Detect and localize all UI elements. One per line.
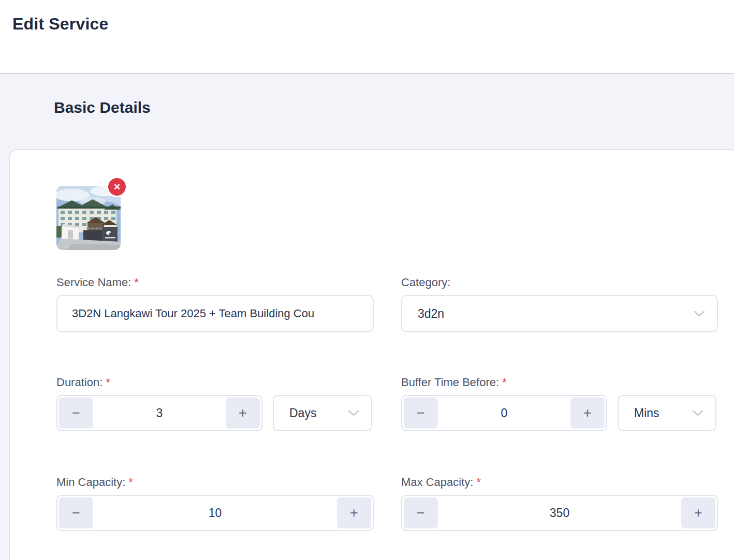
min-capacity-label: Min Capacity:* — [56, 475, 374, 490]
basic-details-band: Basic Details — [0, 75, 734, 149]
category-select[interactable]: 3d2n — [401, 295, 718, 332]
service-name-input[interactable] — [56, 295, 374, 332]
duration-increment-button[interactable]: + — [226, 397, 260, 429]
required-asterisk: * — [502, 376, 507, 389]
plus-icon: + — [239, 405, 247, 421]
service-image-wrapper: ✕ — [56, 186, 121, 250]
required-asterisk: * — [128, 476, 133, 489]
buffer-time-before-label: Buffer Time Before:* — [401, 375, 718, 390]
duration-value[interactable]: 3 — [93, 397, 226, 429]
chevron-down-icon — [347, 409, 360, 417]
minus-icon: − — [417, 405, 425, 421]
min-capacity-increment-button[interactable]: + — [337, 497, 371, 528]
buffer-time-stepper: − 0 + — [401, 395, 607, 431]
max-capacity-value[interactable]: 350 — [438, 497, 681, 528]
chevron-down-icon — [693, 310, 706, 317]
buffer-time-decrement-button[interactable]: − — [404, 397, 438, 429]
plus-icon: + — [694, 505, 702, 521]
close-icon: ✕ — [113, 183, 121, 191]
duration-decrement-button[interactable]: − — [59, 397, 93, 429]
buffer-time-before-field: Buffer Time Before:* − 0 + Mins — [401, 375, 718, 431]
duration-unit-select[interactable]: Days — [273, 395, 372, 431]
max-capacity-label: Max Capacity:* — [401, 475, 718, 490]
section-title: Basic Details — [54, 99, 151, 116]
min-capacity-decrement-button[interactable]: − — [59, 497, 93, 528]
page-title: Edit Service — [12, 14, 109, 34]
max-capacity-stepper: − 350 + — [401, 495, 718, 531]
minus-icon: − — [72, 405, 80, 421]
buffer-time-increment-button[interactable]: + — [570, 397, 605, 429]
plus-icon: + — [350, 505, 358, 521]
max-capacity-field: Max Capacity:* − 350 + — [401, 475, 718, 531]
page-header: Edit Service — [0, 0, 734, 74]
remove-image-button[interactable]: ✕ — [107, 176, 127, 197]
buffer-time-value[interactable]: 0 — [438, 397, 570, 429]
max-capacity-decrement-button[interactable]: − — [404, 497, 438, 528]
minus-icon: − — [417, 505, 425, 521]
category-field: Category: 3d2n — [401, 275, 718, 332]
chevron-down-icon — [692, 409, 704, 417]
service-name-field: Service Name:* — [56, 275, 374, 332]
minus-icon: − — [72, 505, 80, 521]
plus-icon: + — [583, 405, 592, 421]
required-asterisk: * — [106, 376, 110, 389]
duration-field: Duration:* − 3 + Days — [56, 375, 374, 431]
max-capacity-increment-button[interactable]: + — [681, 497, 715, 528]
category-selected-value: 3d2n — [418, 307, 444, 321]
required-asterisk: * — [476, 476, 481, 489]
buffer-time-unit-select[interactable]: Mins — [618, 395, 716, 431]
min-capacity-field: Min Capacity:* − 10 + — [56, 475, 374, 531]
service-name-label: Service Name:* — [56, 275, 374, 290]
buffer-time-unit-value: Mins — [634, 406, 659, 420]
basic-details-card: ✕ Service Name:* Category: 3d2n Duration… — [9, 149, 734, 560]
category-label: Category: — [401, 275, 718, 290]
min-capacity-stepper: − 10 + — [56, 495, 374, 531]
duration-unit-value: Days — [289, 406, 316, 420]
min-capacity-value[interactable]: 10 — [93, 497, 337, 528]
required-asterisk: * — [134, 276, 139, 289]
duration-label: Duration:* — [56, 375, 374, 390]
duration-stepper: − 3 + — [56, 395, 262, 431]
